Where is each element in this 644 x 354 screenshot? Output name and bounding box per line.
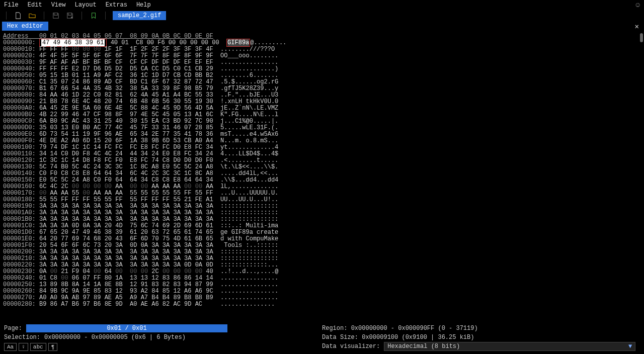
menu-extras[interactable]: Extras: [106, 2, 127, 9]
menu-help[interactable]: Help: [136, 2, 151, 9]
visualizer-label: Data visualizer:: [322, 343, 380, 350]
case-toggle-button[interactable]: Aa: [4, 343, 17, 351]
menu-layout[interactable]: Layout: [74, 2, 96, 9]
visualizer-select[interactable]: Hexadecimal (8 bits) ▼: [384, 342, 635, 351]
region-label: Region:: [322, 325, 347, 332]
toolbar: sample_2.gif: [0, 10, 644, 21]
datasize-value: 0x00009100 (0x9100 | 36.25 kiB): [362, 334, 474, 341]
bookmark-icon[interactable]: [89, 11, 98, 20]
scrollbar[interactable]: [640, 33, 643, 315]
datasize-label: Data Size:: [322, 334, 358, 341]
tabbar: Hex editor ✕: [0, 21, 644, 31]
tab-hex-editor[interactable]: Hex editor: [2, 22, 48, 31]
close-icon[interactable]: ✕: [632, 22, 642, 31]
filename-tab[interactable]: sample_2.gif: [113, 11, 166, 20]
selection-label: Selection:: [4, 334, 40, 341]
scrollbar-thumb[interactable]: [640, 33, 643, 42]
page-label: Page:: [4, 325, 22, 332]
menubar: File Edit View Layout Extras Help ☺: [0, 0, 644, 10]
symbol-button[interactable]: ♀: [19, 343, 28, 351]
menu-view[interactable]: View: [51, 2, 66, 9]
chevron-down-icon: ▼: [628, 343, 632, 350]
region-value: 0x00000000 - 0x000090FF (0 - 37119): [351, 325, 478, 332]
hex-view[interactable]: Address 00 01 02 03 04 05 06 07 08 09 0A…: [0, 31, 644, 317]
menu-edit[interactable]: Edit: [28, 2, 42, 9]
save-icon[interactable]: [51, 11, 60, 20]
new-file-icon[interactable]: [14, 11, 23, 20]
smiley-icon[interactable]: ☺: [636, 1, 640, 9]
page-indicator[interactable]: 0x01 / 0x01: [26, 324, 227, 332]
menu-file[interactable]: File: [4, 2, 19, 9]
svg-point-0: [71, 17, 73, 19]
visualizer-value: Hexadecimal (8 bits): [387, 343, 460, 350]
abc-button[interactable]: abc: [30, 343, 46, 351]
footer: Page: 0x01 / 0x01 Region: 0x00000000 - 0…: [0, 322, 644, 354]
selection-value: 0x00000000 - 0x00000005 (0x6 | 6 Bytes): [44, 334, 186, 341]
pilcrow-button[interactable]: ¶: [48, 343, 58, 351]
open-folder-icon[interactable]: [28, 11, 37, 20]
save-as-icon[interactable]: [65, 11, 74, 20]
